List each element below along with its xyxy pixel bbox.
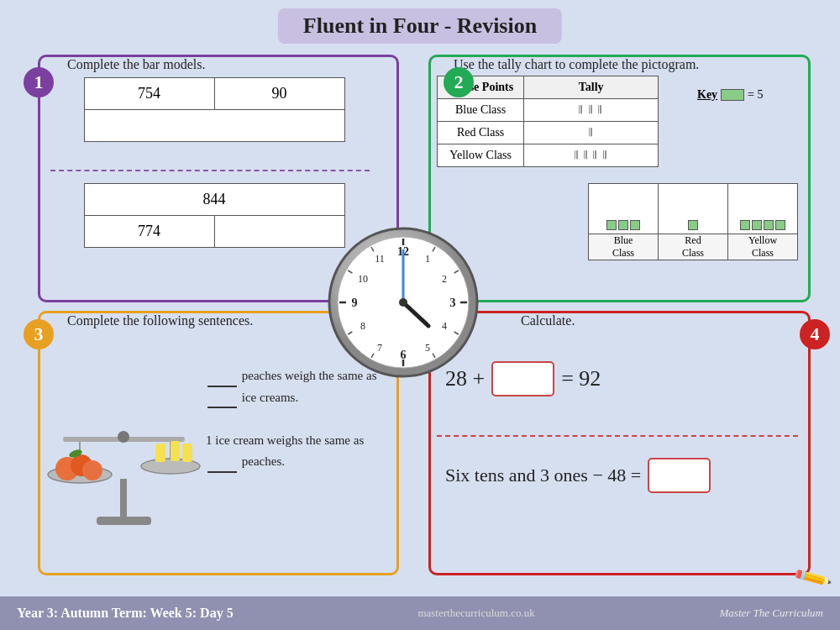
bottom-center-text: masterthecurriculum.co.uk (234, 606, 720, 620)
svg-text:7: 7 (377, 342, 382, 354)
svg-rect-14 (182, 444, 192, 462)
q4-answer-box-1[interactable] (491, 361, 554, 396)
q4-section-box (428, 311, 811, 575)
bottom-left-text: Year 3: Autumn Term: Week 5: Day 5 (17, 606, 234, 621)
q2-instruction: Use the tally chart to complete the pict… (454, 57, 699, 72)
pictogram-table: BlueClass RedClass YellowClass (588, 183, 798, 260)
tally-row-blue-marks: 𝄀𝄁 𝄀𝄁 𝄀𝄁 (524, 99, 659, 122)
svg-text:5: 5 (425, 342, 430, 354)
bottom-right-text: Master The Curriculum (720, 606, 824, 620)
svg-text:9: 9 (352, 297, 358, 309)
tally-header-tally: Tally (524, 76, 659, 99)
svg-text:1: 1 (425, 253, 430, 265)
tally-row-yellow-label: Yellow Class (438, 144, 524, 167)
bar2-bottom-left[interactable]: 774 (84, 216, 214, 248)
section-number-2: 2 (444, 67, 474, 97)
bar2-bottom-right[interactable] (214, 216, 344, 248)
svg-rect-12 (155, 444, 165, 462)
bottom-bar: Year 3: Autumn Term: Week 5: Day 5 maste… (0, 596, 840, 630)
q4-answer-box-2[interactable] (648, 458, 711, 493)
key-value: = 5 (748, 88, 763, 102)
svg-point-3 (118, 431, 129, 443)
section-number-3: 3 (24, 319, 54, 349)
q3-instruction: Complete the following sentences. (67, 313, 253, 328)
q4-eq2-left: Six tens and 3 ones − 48 = (445, 465, 641, 486)
pictogram-area: BlueClass RedClass YellowClass (588, 183, 798, 284)
bar-model-2: 844 774 (67, 183, 361, 248)
picto-label-blue: BlueClass (589, 234, 659, 260)
bar1-top-left[interactable]: 754 (84, 78, 214, 110)
svg-text:11: 11 (375, 253, 385, 265)
key-icon (721, 89, 744, 101)
bar2-top[interactable]: 844 (84, 184, 344, 216)
svg-text:2: 2 (442, 273, 447, 285)
q4-eq1-right: = 92 (561, 366, 601, 391)
picto-label-red: RedClass (659, 234, 728, 260)
svg-rect-0 (120, 479, 127, 521)
svg-text:8: 8 (360, 320, 365, 332)
picto-cell-blue (589, 184, 659, 234)
tally-row-red-label: Red Class (438, 122, 524, 144)
q3-blank-2[interactable] (207, 407, 237, 408)
q4-divider (437, 435, 798, 437)
svg-text:4: 4 (442, 320, 447, 332)
page-title: Fluent in Four - Revision (278, 8, 562, 44)
tally-row-blue-label: Blue Class (438, 99, 524, 122)
picto-sq (764, 220, 774, 230)
section-number-1: 1 (24, 67, 54, 97)
svg-text:3: 3 (450, 297, 456, 309)
q3-blank-1[interactable] (207, 386, 237, 387)
bar1-bottom[interactable] (84, 110, 344, 142)
key-box: Key = 5 (697, 88, 764, 102)
picto-sq (775, 220, 785, 230)
bar-model-1: 754 90 (67, 77, 361, 142)
key-label: Key (697, 88, 717, 102)
section-number-4: 4 (800, 319, 830, 349)
picto-sq (606, 220, 617, 230)
scales-svg (46, 344, 202, 529)
scales-image (46, 344, 202, 529)
picto-sq (630, 220, 640, 230)
svg-text:6: 6 (401, 349, 407, 361)
picto-sq (688, 220, 698, 230)
picto-sq (618, 220, 628, 230)
svg-point-10 (82, 460, 102, 480)
q3-blank-3[interactable] (207, 471, 237, 473)
bar-model-divider (50, 170, 370, 171)
q1-instruction: Complete the bar models. (67, 57, 205, 72)
q4-instruction: Calculate. (521, 313, 575, 328)
clock-svg: 12 3 6 9 1 2 4 5 7 8 10 11 (328, 227, 479, 378)
svg-rect-13 (171, 441, 180, 461)
picto-cell-red (659, 184, 728, 234)
tally-row-red-marks: 𝄀𝄁 (524, 122, 659, 144)
picto-cell-yellow (728, 184, 798, 234)
svg-text:10: 10 (358, 273, 368, 285)
q4-equation-2: Six tens and 3 ones − 48 = (445, 458, 711, 493)
tally-row-yellow-marks: 𝄀𝄁 𝄀𝄁 𝄀𝄁 𝄀𝄁 (524, 144, 659, 167)
clock: 12 3 6 9 1 2 4 5 7 8 10 11 (328, 227, 479, 378)
bar1-top-right[interactable]: 90 (214, 78, 344, 110)
picto-sq (752, 220, 762, 230)
svg-rect-1 (97, 517, 151, 525)
q3-sentences: peaches weigh the same as ice creams. 1 … (206, 365, 391, 473)
picto-sq (740, 220, 750, 230)
svg-point-43 (399, 298, 407, 307)
title-text: Fluent in Four - Revision (303, 13, 537, 38)
picto-label-yellow: YellowClass (728, 234, 798, 260)
